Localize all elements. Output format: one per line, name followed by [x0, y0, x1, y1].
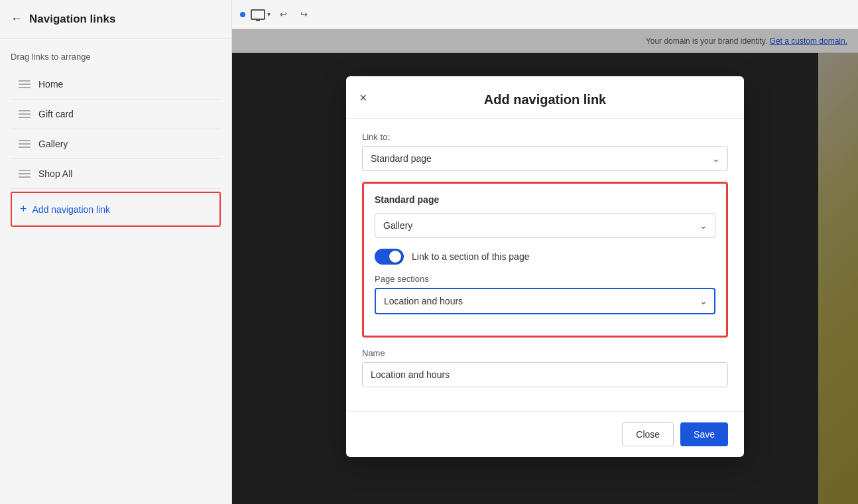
- monitor-icon: [251, 9, 265, 20]
- modal-close-button[interactable]: ×: [359, 91, 367, 104]
- modal-footer: Close Save: [346, 411, 744, 457]
- gallery-select-wrapper: Gallery Home Gift card Shop All ⌄: [375, 213, 715, 238]
- toolbar: ▾ ↩ ↪: [232, 0, 858, 29]
- nav-item-label: Shop All: [38, 168, 72, 179]
- link-to-select[interactable]: Standard page External URL Email Phone: [362, 146, 728, 171]
- sidebar: ← Navigation links Drag links to arrange…: [0, 0, 232, 504]
- link-to-label: Link to:: [362, 132, 728, 142]
- sidebar-title: Navigation links: [29, 13, 115, 26]
- modal-title: Add navigation link: [484, 92, 606, 107]
- undo-button[interactable]: ↩: [276, 7, 291, 22]
- nav-item-label: Gallery: [38, 139, 68, 149]
- add-nav-label: Add navigation link: [32, 204, 111, 215]
- nav-item-shopall[interactable]: Shop All: [11, 159, 221, 189]
- add-navigation-link-button[interactable]: + Add navigation link: [11, 192, 221, 227]
- link-to-group: Link to: Standard page External URL Emai…: [362, 132, 728, 171]
- drag-label: Drag links to arrange: [11, 52, 221, 62]
- sidebar-body: Drag links to arrange Home Gift card Gal…: [0, 38, 231, 504]
- page-sections-select[interactable]: Location and hours About Contact: [375, 288, 715, 314]
- toolbar-monitor[interactable]: ▾: [251, 9, 271, 20]
- standard-page-section: Standard page Gallery Home Gift card Sho…: [362, 182, 728, 338]
- name-label: Name: [362, 348, 728, 358]
- nav-item-gallery[interactable]: Gallery: [11, 129, 221, 159]
- page-sections-group: Page sections Location and hours About C…: [375, 274, 715, 314]
- name-input[interactable]: [362, 362, 728, 387]
- plus-icon: +: [20, 202, 27, 216]
- gallery-select-group: Gallery Home Gift card Shop All ⌄: [375, 213, 715, 238]
- redo-icon: ↪: [300, 9, 308, 19]
- section-toggle[interactable]: [375, 249, 404, 265]
- main-area: ▾ ↩ ↪ Your domain is your brand identity…: [232, 0, 858, 504]
- toggle-slider: [375, 249, 404, 265]
- drag-handle: [19, 170, 31, 178]
- nav-item-label: Home: [38, 79, 63, 90]
- drag-handle: [19, 80, 31, 88]
- name-group: Name: [362, 348, 728, 387]
- sidebar-header: ← Navigation links: [0, 0, 231, 38]
- page-select[interactable]: Gallery Home Gift card Shop All: [375, 213, 715, 238]
- link-to-select-wrapper: Standard page External URL Email Phone ⌄: [362, 146, 728, 171]
- nav-item-label: Gift card: [38, 109, 74, 119]
- save-button[interactable]: Save: [680, 422, 728, 446]
- drag-handle: [19, 110, 31, 118]
- toggle-label: Link to a section of this page: [412, 251, 529, 262]
- page-sections-label: Page sections: [375, 274, 715, 284]
- toggle-row: Link to a section of this page: [375, 249, 715, 265]
- add-navigation-link-modal: × Add navigation link Link to: Standard …: [346, 76, 744, 457]
- close-button[interactable]: Close: [622, 422, 674, 446]
- drag-handle: [19, 140, 31, 148]
- toolbar-dot: [240, 12, 245, 17]
- modal-body: Link to: Standard page External URL Emai…: [346, 119, 744, 411]
- undo-icon: ↩: [280, 9, 287, 19]
- modal-header: × Add navigation link: [346, 76, 744, 119]
- back-button[interactable]: ←: [11, 12, 23, 26]
- page-sections-wrapper: Location and hours About Contact ⌄: [375, 288, 715, 314]
- standard-page-label: Standard page: [375, 194, 715, 205]
- nav-item-home[interactable]: Home: [11, 70, 221, 99]
- redo-button[interactable]: ↪: [296, 7, 312, 22]
- modal-overlay: × Add navigation link Link to: Standard …: [232, 29, 858, 504]
- chevron-down-icon: ▾: [267, 11, 271, 18]
- nav-item-giftcard[interactable]: Gift card: [11, 99, 221, 129]
